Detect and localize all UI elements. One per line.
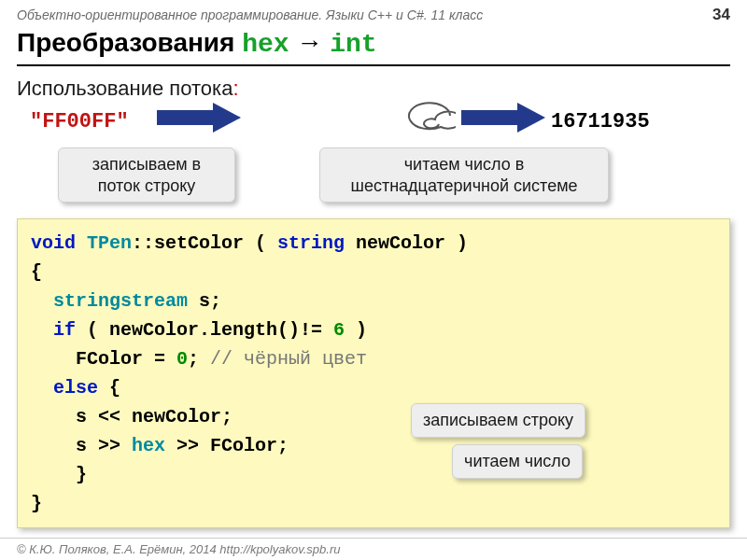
subtitle-text: Использование потока (17, 77, 233, 100)
slide-header: Объектно-ориентированное программировани… (0, 0, 747, 26)
svg-marker-0 (157, 103, 241, 133)
callout-read-hex: читаем число в шестнадцатеричной системе (319, 147, 609, 203)
code-line: { (31, 258, 716, 287)
code-line: if ( newColor.length()!= 6 ) (31, 315, 716, 344)
arrow-right-icon (461, 101, 545, 134)
code-line: } (31, 460, 716, 489)
code-line: s >> hex >> FColor; (31, 431, 716, 460)
subtitle-colon: : (233, 77, 238, 100)
slide-footer: © К.Ю. Поляков, Е.А. Ерёмин, 2014 http:/… (0, 538, 747, 556)
subtitle: Использование потока: (17, 77, 239, 101)
code-line: else { (31, 373, 716, 402)
callout-read-number: читаем число (452, 444, 583, 479)
callout-write-to-stream: записываем в поток строку (58, 147, 235, 203)
callout-write-string: записываем строку (411, 403, 585, 438)
code-line: } (31, 489, 716, 518)
code-line: void TPen::setColor ( string newColor ) (31, 229, 716, 258)
arrow-right-icon (157, 101, 241, 134)
spiral-icon (403, 93, 456, 136)
code-line: s << newColor; (31, 402, 716, 431)
title-text: Преобразования (17, 28, 242, 57)
int-result-literal: 16711935 (551, 110, 650, 133)
code-line: stringstream s; (31, 287, 716, 315)
footer-text: © К.Ю. Поляков, Е.А. Ерёмин, 2014 http:/… (17, 542, 340, 556)
code-block: void TPen::setColor ( string newColor ) … (17, 218, 730, 528)
svg-marker-1 (461, 103, 545, 133)
slide-title: Преобразования hex → int (17, 28, 730, 66)
title-code-from: hex (242, 30, 289, 59)
code-line: FColor = 0; // чёрный цвет (31, 344, 716, 373)
title-code-to: int (330, 30, 376, 59)
title-arrow: → (289, 28, 331, 57)
hex-string-literal: "FF00FF" (30, 110, 129, 133)
page-number: 34 (712, 6, 730, 24)
course-title: Объектно-ориентированное программировани… (17, 7, 483, 22)
